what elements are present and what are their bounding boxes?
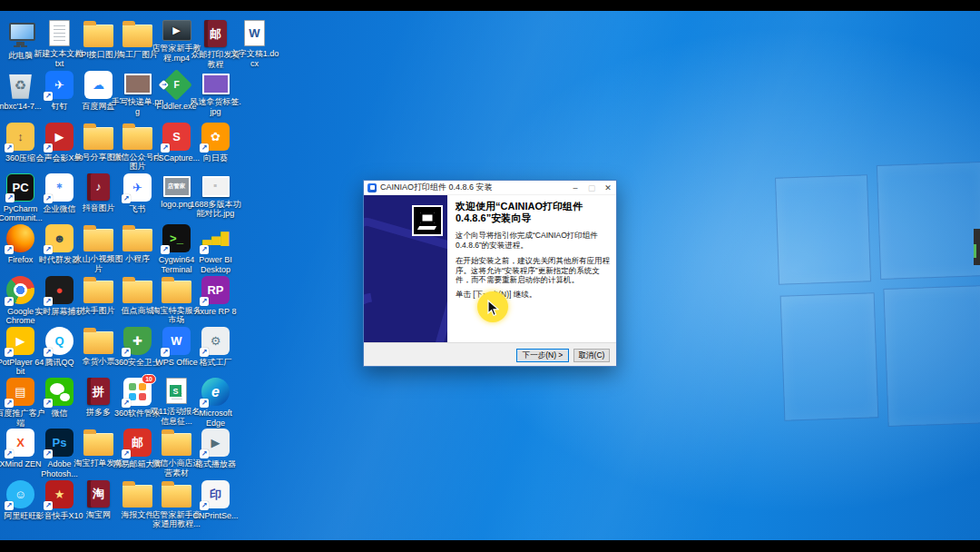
icon-label: Axure RP 8 xyxy=(190,307,242,317)
desktop-icon-media-player[interactable]: ▶↗格式播放器 xyxy=(196,429,235,469)
icon-glyph: 印 xyxy=(210,488,221,500)
folder-icon xyxy=(122,281,152,303)
installer-hero-panel xyxy=(364,195,447,343)
icon-glyph: ✚ xyxy=(132,335,142,347)
desktop-icon-word-doc[interactable]: W文字文稿1.docx xyxy=(235,20,274,68)
text-file-icon xyxy=(49,20,70,46)
desktop-icon-potplayer[interactable]: ▶↗PotPlayer 64 bit xyxy=(1,327,40,377)
wps-icon: W↗ xyxy=(162,327,191,355)
icon-glyph: S xyxy=(170,385,181,397)
desktop-icon-folder[interactable]: 店管家新手商家通用教程... xyxy=(157,480,196,529)
window-logo-pane xyxy=(877,162,980,280)
icon-label: 格式工厂 xyxy=(190,358,242,368)
next-button[interactable]: 下一步(N) > xyxy=(516,349,569,362)
screen-edge-fragment xyxy=(974,229,980,265)
folder-icon xyxy=(83,281,113,303)
desktop-icon-pycharm[interactable]: PC↗PyCharm Communit... xyxy=(1,173,40,223)
mass-sender-icon: ☻↗ xyxy=(45,224,74,252)
shortcut-arrow-icon: ↗ xyxy=(122,348,131,357)
edge-icon: e↗ xyxy=(201,378,230,406)
desktop-icon-text-file[interactable]: 新建文本文档.txt xyxy=(40,20,79,68)
feishu-icon: ✈↗ xyxy=(123,173,152,202)
icon-glyph: ▶ xyxy=(16,335,25,347)
fscapture-icon: S↗ xyxy=(162,123,191,151)
word-doc-icon: W xyxy=(244,20,265,46)
desktop-icon-edge[interactable]: e↗Microsoft Edge xyxy=(196,378,235,428)
cancel-button[interactable]: 取消(C) xyxy=(573,349,610,362)
shortcut-arrow-icon: ↗ xyxy=(44,449,53,458)
folder-icon xyxy=(162,433,191,456)
360zip-icon: ↕↗ xyxy=(6,123,34,151)
installer-app-icon xyxy=(368,183,377,192)
icon-glyph: ♻ xyxy=(15,78,26,92)
folder-icon xyxy=(122,229,152,251)
icon-glyph: 拼 xyxy=(93,386,104,398)
shortcut-arrow-icon: ↗ xyxy=(200,501,209,510)
shortcut-arrow-icon: ↗ xyxy=(200,449,209,458)
desktop-icon-folder[interactable]: 微信小商店运营素材 xyxy=(157,429,196,478)
shortcut-arrow-icon: ↗ xyxy=(44,399,53,408)
desktop-icon-photoshop[interactable]: Ps↗Adobe Photosh... xyxy=(40,429,79,478)
folder-icon xyxy=(122,127,152,150)
icon-glyph: 淘 xyxy=(93,488,104,499)
icon-label: 向日葵 xyxy=(190,153,242,163)
icon-glyph: ▶ xyxy=(172,25,180,35)
image-file-icon xyxy=(124,74,152,94)
desktop-icon-chrome[interactable]: ↗Google Chrome xyxy=(1,276,40,326)
cygwin-terminal-icon: >_↗ xyxy=(162,224,191,252)
desktop-icon-sunlogin[interactable]: ✿↗向日葵 xyxy=(196,123,235,163)
pinduoduo-folder-icon: 拼 xyxy=(87,378,110,405)
shortcut-arrow-icon: ↗ xyxy=(161,245,170,254)
shortcut-arrow-icon: ↗ xyxy=(122,449,131,458)
icon-glyph: ☁ xyxy=(93,79,104,91)
media-player-icon: ▶↗ xyxy=(201,429,230,457)
icon-glyph: ✈ xyxy=(54,79,64,91)
shortcut-arrow-icon: ↗ xyxy=(44,92,53,101)
desktop-icon-axure[interactable]: RP↗Axure RP 8 xyxy=(196,276,235,317)
folder-icon xyxy=(122,25,152,47)
minimize-button[interactable]: – xyxy=(567,181,583,195)
shortcut-arrow-icon: ↗ xyxy=(44,194,53,203)
desktop-icon-cnprint-setup[interactable]: 印↗CNPrintSe... xyxy=(196,480,235,521)
icon-glyph: F xyxy=(173,81,179,90)
update-count-badge: 10 xyxy=(142,374,156,384)
icon-label: Power BI Desktop xyxy=(190,255,242,274)
desktop-icon-powerbi[interactable]: ▃▅█↗Power BI Desktop xyxy=(196,224,235,274)
icon-glyph: e xyxy=(211,385,220,399)
desktop-icon-folder[interactable]: 淘宝特卖服务市场 xyxy=(157,276,196,325)
close-button[interactable]: ✕ xyxy=(600,181,616,195)
videostudio-icon: ▶↗ xyxy=(45,123,74,151)
cnprint-setup-icon: 印↗ xyxy=(201,480,230,508)
desktop-icon-format-factory[interactable]: ⚙↗格式工厂 xyxy=(196,327,235,368)
shortcut-arrow-icon: ↗ xyxy=(200,297,209,306)
video-file-icon: ▶ xyxy=(162,20,191,41)
wizard-paragraph: 这个向导将指引你完成“CAINIAO打印组件 0.4.8.6”的安装进程。 xyxy=(456,231,611,250)
spreadsheet-icon: S xyxy=(166,378,187,404)
shortcut-arrow-icon: ↗ xyxy=(161,348,170,357)
shortcut-arrow-icon: ↗ xyxy=(200,348,209,357)
desktop-icon-baidu-promote[interactable]: ▤↗百度推广客户端 xyxy=(1,378,40,428)
installer-titlebar[interactable]: CAINIAO打印组件 0.4.8.6 安装 – ▢ ✕ xyxy=(364,181,616,195)
window-logo-pane xyxy=(883,285,980,427)
desktop-icon-folder[interactable]: 微信公众号小图片 xyxy=(118,123,157,172)
folder-icon xyxy=(122,485,152,508)
firefox-icon: ↗ xyxy=(6,224,34,252)
xmind-icon: X↗ xyxy=(6,429,34,457)
desktop-icon-folder[interactable]: 火山小视频图片 xyxy=(79,224,118,273)
wecom-icon: ＊↗ xyxy=(45,173,74,202)
screen-capture-icon: ●↗ xyxy=(45,276,74,304)
icon-glyph: ≡ xyxy=(214,183,218,190)
image-file-icon: ≡ xyxy=(202,176,230,197)
sunlogin-icon: ✿↗ xyxy=(201,123,230,151)
letterbox-bar xyxy=(0,0,980,11)
icon-glyph: RP xyxy=(207,284,223,296)
powerbi-icon: ▃▅█↗ xyxy=(201,224,230,252)
icon-glyph: ✿ xyxy=(211,131,220,143)
icon-glyph: ● xyxy=(56,284,64,296)
window-logo-pane xyxy=(775,174,871,284)
shortcut-arrow-icon: ↗ xyxy=(44,245,53,254)
dingtalk-icon: ✈↗ xyxy=(45,71,74,99)
desktop-icon-image-file[interactable]: 风速拿货标签.jpg xyxy=(196,71,235,116)
shortcut-arrow-icon: ↗ xyxy=(161,143,170,153)
desktop-icon-image-file[interactable]: ≡1688多版本功能对比.jpg xyxy=(196,173,235,219)
